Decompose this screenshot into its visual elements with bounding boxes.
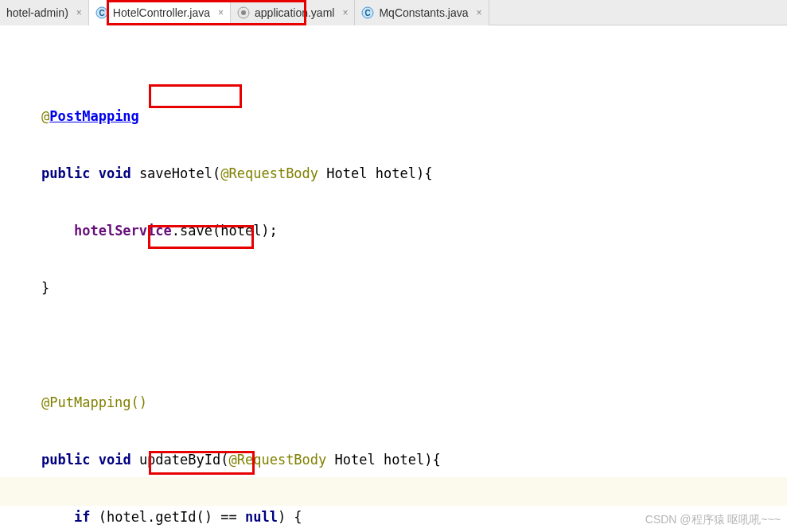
close-icon[interactable]: × [76,7,82,18]
close-icon[interactable]: × [477,7,482,18]
method-savehotel: saveHotel [139,165,212,181]
type-hotel: Hotel [335,452,376,468]
method-updatebyid: updateById [139,452,220,468]
keyword-public: public [41,452,90,468]
svg-text:C: C [99,9,104,17]
tab-label: HotelController.java [113,6,210,19]
svg-text:C: C [365,9,371,17]
keyword-if: if [74,509,90,525]
tab-label: hotel-admin) [6,6,68,19]
keyword-public: public [41,165,90,181]
annotation-postmapping[interactable]: PostMapping [49,108,139,124]
tab-hotelcontroller[interactable]: C HotelController.java × [89,0,231,25]
close-icon[interactable]: × [342,7,348,18]
annotation-putmapping: @PutMapping() [41,394,147,410]
param-hotel: hotel [376,165,416,181]
param-hotel: hotel [384,452,424,468]
expr-getid: (hotel.getId() == [99,509,245,525]
keyword-void: void [99,452,131,468]
class-icon: C [361,6,374,19]
tab-application-yaml[interactable]: application.yaml × [231,0,355,25]
watermark: CSDN @程序猿 呕吼吼~~~ [645,513,781,527]
tab-bar: hotel-admin) × C HotelController.java × … [0,0,787,25]
yaml-icon [237,6,250,19]
field-hotelservice: hotelService [74,223,172,239]
tab-hotel-admin[interactable]: hotel-admin) × [0,0,89,25]
annotation-at: @ [41,108,49,124]
keyword-void: void [99,165,131,181]
class-icon: C [95,6,108,19]
svg-point-3 [241,10,246,15]
code-editor[interactable]: @PostMapping public void saveHotel(@Requ… [0,25,787,532]
call-save: .save(hotel); [172,223,278,239]
keyword-null: null [245,509,278,525]
tab-label: application.yaml [255,6,334,19]
annotation-requestbody: @RequestBody [228,452,326,468]
tab-mqconstants[interactable]: C MqConstants.java × [355,0,489,25]
close-icon[interactable]: × [218,7,224,18]
annotation-requestbody: @RequestBody [220,165,318,181]
tab-label: MqConstants.java [379,6,468,19]
type-hotel: Hotel [326,165,367,181]
